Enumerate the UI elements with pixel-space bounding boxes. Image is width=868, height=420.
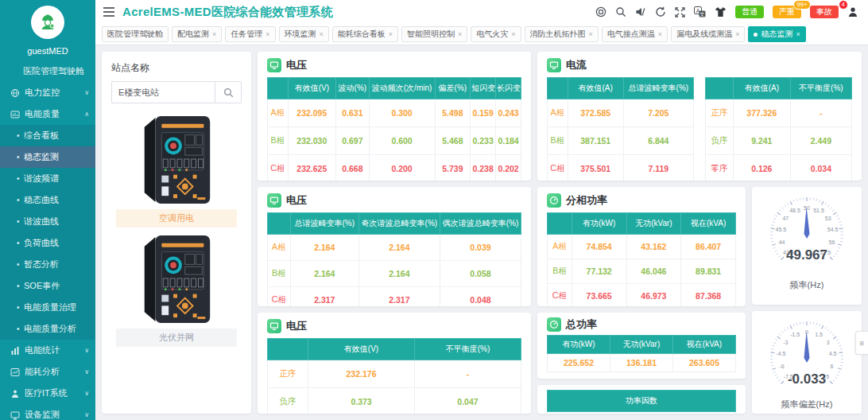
theme-tshirt-icon[interactable] xyxy=(715,6,727,18)
column-header: 波动频次(次/min) xyxy=(369,78,435,99)
column-header: 有效值(V) xyxy=(288,78,336,99)
sidebar-item-power-quality[interactable]: 电能质量∧ xyxy=(0,103,95,125)
column-header: 有功(kW) xyxy=(548,336,610,354)
table-cell: 263.605 xyxy=(673,354,736,372)
station-panel: 站点名称 空调用电 光伏并网 xyxy=(102,52,251,414)
tab-environment-monitoring[interactable]: 环境监测× xyxy=(279,26,329,42)
column-header: 有效值(A) xyxy=(733,78,790,99)
table-row: 零序0.1260.034 xyxy=(706,155,852,181)
close-icon[interactable]: × xyxy=(212,30,216,38)
sidebar-item-soe-events[interactable]: •SOE事件 xyxy=(0,275,95,297)
fullscreen-icon[interactable] xyxy=(675,7,685,18)
station-name-input[interactable] xyxy=(111,81,215,103)
close-icon[interactable]: × xyxy=(735,30,739,38)
tab-steady-state-monitoring[interactable]: 稳态监测× xyxy=(748,26,805,42)
close-icon[interactable]: × xyxy=(265,30,269,38)
tab-contact-temperature[interactable]: 电气接点测温× xyxy=(602,26,668,42)
table-cell: 7.119 xyxy=(623,155,693,181)
table-cell: 5.498 xyxy=(435,99,471,127)
gauge-column: 42.54445.54748.55051.55354.55657.549.967… xyxy=(752,187,862,414)
sidebar-item-steady-state-curve[interactable]: •稳态曲线 xyxy=(0,189,95,211)
panel-icon xyxy=(547,193,561,208)
sidebar-item-power-statistics[interactable]: 电能统计∨ xyxy=(0,340,95,361)
row-label: A相 xyxy=(268,99,289,127)
side-drawer-handle[interactable]: ≡ xyxy=(855,331,868,355)
hamburger-menu-icon[interactable] xyxy=(103,7,114,17)
table-cell: 0.233 xyxy=(471,127,496,155)
column-header: 奇次谐波总畸变率(%) xyxy=(358,213,440,235)
table-row: C相375.5017.119 xyxy=(548,155,694,181)
panel-title: 电压 xyxy=(286,193,307,208)
chevron-down-icon: ∨ xyxy=(84,347,89,354)
user-icon[interactable] xyxy=(847,6,858,18)
table-cell: 2.164 xyxy=(358,235,440,261)
close-icon[interactable]: × xyxy=(796,30,800,38)
column-header: 视在(kVA) xyxy=(681,213,736,235)
table-cell: 377.326 xyxy=(733,99,790,127)
sidebar-item-label: 谐波频谱 xyxy=(24,173,59,185)
alarm-badge-severe[interactable]: 严重 99+ xyxy=(773,6,801,18)
tab-label: 电气接点测温 xyxy=(607,29,655,40)
sidebar-item-load-curve[interactable]: •负荷曲线 xyxy=(0,232,95,254)
alarm-badge-accident[interactable]: 事故 4 xyxy=(810,6,839,18)
dashboard-circle-icon[interactable] xyxy=(595,6,606,18)
svg-text:54.5: 54.5 xyxy=(827,227,839,232)
tab-electrical-fire[interactable]: 电气火灾× xyxy=(471,26,521,42)
svg-text:1.5: 1.5 xyxy=(815,332,823,337)
meter-device-image xyxy=(134,113,219,207)
panel-icon xyxy=(547,317,561,332)
row-label: 负序 xyxy=(268,388,308,414)
tab-hospital-dashboard[interactable]: 医院管理驾驶舱 xyxy=(102,26,169,42)
tab-task-management[interactable]: 任务管理× xyxy=(225,26,275,42)
column-header: 功率因数 xyxy=(548,391,736,412)
tab-leakage-cable-temperature[interactable]: 漏电及线缆测温× xyxy=(671,26,745,42)
medical-icon xyxy=(10,389,21,399)
device-item-pv-grid[interactable]: 光伏并网 xyxy=(111,232,242,347)
sidebar-item-pq-governance[interactable]: •电能质量治理 xyxy=(0,297,95,318)
alarm-badge-normal[interactable]: 普通 xyxy=(735,6,764,18)
close-icon[interactable]: × xyxy=(511,30,515,38)
sidebar-item-harmonic-spectrum[interactable]: •谐波频谱 xyxy=(0,168,95,189)
tab-fire-host-topology[interactable]: 消防主机拓扑图× xyxy=(525,26,599,42)
sidebar-item-harmonic-curve[interactable]: •谐波曲线 xyxy=(0,211,95,232)
sidebar-item-steady-state-monitoring[interactable]: •稳态监测 xyxy=(0,146,95,168)
close-icon[interactable]: × xyxy=(658,30,662,38)
svg-text:51.5: 51.5 xyxy=(813,208,824,213)
close-icon[interactable]: × xyxy=(458,30,462,38)
tab-distribution-monitoring[interactable]: 配电监测× xyxy=(172,26,222,42)
table-row: A相232.0950.6310.3005.4980.1590.243 xyxy=(268,99,521,127)
refresh-icon[interactable] xyxy=(655,6,666,18)
bullet-icon: • xyxy=(17,325,24,333)
mute-icon[interactable] xyxy=(635,6,646,18)
voltage-column: 电压 有效值(V)波动(%)波动频次(次/min)偏差(%)短闪变长闪变A相23… xyxy=(258,52,531,414)
station-search-button[interactable] xyxy=(215,81,242,103)
sidebar-item-label: 电能统计 xyxy=(25,344,60,356)
sidebar-item-energy-analysis[interactable]: 能耗分析∨ xyxy=(0,361,95,383)
sidebar-item-power-monitoring[interactable]: 电力监控∨ xyxy=(0,82,95,103)
row-label: A相 xyxy=(548,99,568,127)
tab-smart-lighting[interactable]: 智能照明控制× xyxy=(401,26,467,42)
tab-label: 消防主机拓扑图 xyxy=(530,29,586,40)
bullet-icon: • xyxy=(17,239,24,247)
table-row: A相2.1642.1640.039 xyxy=(268,235,521,261)
table-cell: 232.625 xyxy=(288,155,336,181)
row-label: 零序 xyxy=(706,155,734,181)
translate-icon[interactable]: A文 xyxy=(694,6,706,18)
tab-bar: 医院管理驾驶舱配电监测×任务管理×环境监测×能耗综合看板×智能照明控制×电气火灾… xyxy=(95,24,868,45)
sidebar-item-device-monitoring[interactable]: 设备监测∨ xyxy=(0,404,95,420)
sidebar-item-overview-board[interactable]: •综合看板 xyxy=(0,125,95,146)
globe-icon xyxy=(10,88,21,98)
close-icon[interactable]: × xyxy=(320,30,324,38)
table-cell: 2.164 xyxy=(290,261,358,287)
sidebar-item-hospital-dashboard[interactable]: 医院管理驾驶舱 xyxy=(0,60,95,82)
sidebar-item-medical-it[interactable]: 医疗IT系统∨ xyxy=(0,383,95,404)
search-icon[interactable] xyxy=(615,6,626,18)
sidebar-item-pq-analysis[interactable]: •电能质量分析 xyxy=(0,318,95,340)
table-row: 225.652136.181263.605 xyxy=(548,354,736,372)
close-icon[interactable]: × xyxy=(389,30,393,38)
sidebar-item-transient-analysis[interactable]: •暂态分析 xyxy=(0,254,95,275)
tab-energy-board[interactable]: 能耗综合看板× xyxy=(332,26,398,42)
close-icon[interactable]: × xyxy=(589,30,593,38)
column-header: 短闪变 xyxy=(471,78,496,99)
device-item-air-conditioning[interactable]: 空调用电 xyxy=(111,113,242,228)
